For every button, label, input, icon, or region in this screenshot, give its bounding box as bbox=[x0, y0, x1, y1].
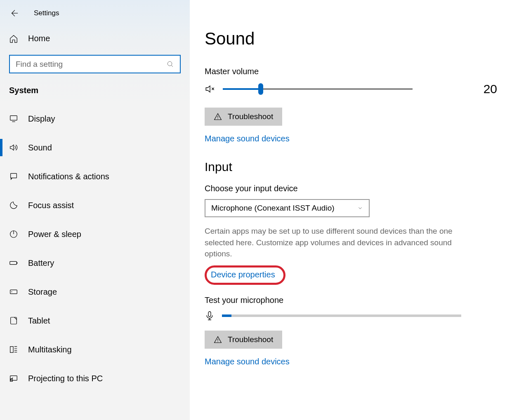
volume-value: 20 bbox=[484, 82, 501, 96]
manage-output-devices-link[interactable]: Manage sound devices bbox=[205, 134, 290, 143]
home-label: Home bbox=[28, 34, 50, 43]
sidebar-item-label: Battery bbox=[28, 258, 54, 268]
projecting-icon bbox=[9, 374, 21, 383]
arrow-left-icon bbox=[9, 9, 19, 18]
sidebar-item-sound[interactable]: Sound bbox=[0, 133, 190, 162]
microphone-icon bbox=[205, 311, 215, 321]
input-device-dropdown[interactable]: Microphone (Conexant ISST Audio) bbox=[205, 199, 370, 217]
tablet-icon bbox=[9, 316, 21, 325]
test-mic-label: Test your microphone bbox=[205, 296, 501, 305]
svg-rect-2 bbox=[11, 174, 17, 178]
header: Settings bbox=[0, 6, 190, 30]
display-icon bbox=[9, 114, 21, 123]
sidebar-item-label: Notifications & actions bbox=[28, 172, 109, 181]
sidebar-item-home[interactable]: Home bbox=[0, 30, 190, 47]
battery-icon bbox=[9, 258, 21, 267]
sidebar-item-label: Projecting to this PC bbox=[28, 374, 103, 383]
speaker-muted-icon[interactable] bbox=[205, 84, 215, 94]
mic-level-meter bbox=[222, 314, 461, 317]
volume-slider[interactable] bbox=[223, 88, 413, 90]
input-help-text: Certain apps may be set up to use differ… bbox=[205, 225, 469, 260]
power-icon bbox=[9, 230, 21, 239]
sidebar-item-power[interactable]: Power & sleep bbox=[0, 220, 190, 249]
sidebar-item-label: Power & sleep bbox=[28, 230, 81, 239]
sidebar-item-notifications[interactable]: Notifications & actions bbox=[0, 162, 190, 191]
sidebar-item-label: Sound bbox=[28, 143, 52, 153]
page-title: Sound bbox=[205, 29, 501, 49]
input-device-value: Microphone (Conexant ISST Audio) bbox=[211, 204, 335, 213]
svg-rect-1 bbox=[10, 116, 17, 120]
home-icon bbox=[9, 34, 21, 43]
chevron-down-icon bbox=[357, 205, 363, 211]
sidebar-item-battery[interactable]: Battery bbox=[0, 249, 190, 277]
sound-icon bbox=[9, 143, 21, 152]
sidebar-item-label: Tablet bbox=[28, 316, 50, 326]
svg-rect-12 bbox=[208, 312, 211, 317]
troubleshoot-input-button[interactable]: Troubleshoot bbox=[205, 331, 282, 349]
svg-point-13 bbox=[217, 341, 218, 342]
mic-test-row bbox=[205, 311, 501, 321]
manage-input-devices-link[interactable]: Manage sound devices bbox=[205, 357, 290, 366]
sidebar-item-storage[interactable]: Storage bbox=[0, 277, 190, 306]
svg-point-6 bbox=[12, 291, 12, 292]
sidebar-item-label: Focus assist bbox=[28, 201, 74, 210]
svg-point-11 bbox=[217, 118, 218, 119]
annotation-highlight: Device properties bbox=[205, 265, 285, 285]
troubleshoot-output-button[interactable]: Troubleshoot bbox=[205, 108, 282, 126]
back-button[interactable] bbox=[9, 8, 19, 18]
search-box[interactable] bbox=[9, 55, 181, 73]
search-input[interactable] bbox=[16, 60, 167, 69]
sidebar-item-display[interactable]: Display bbox=[0, 104, 190, 133]
svg-rect-5 bbox=[10, 290, 17, 293]
device-properties-link[interactable]: Device properties bbox=[211, 270, 275, 279]
app-title: Settings bbox=[34, 9, 59, 17]
settings-sidebar: Settings Home System DisplaySoundNotific… bbox=[0, 0, 190, 420]
troubleshoot-label: Troubleshoot bbox=[228, 335, 273, 344]
master-volume-label: Master volume bbox=[205, 67, 501, 76]
multitasking-icon bbox=[9, 345, 21, 354]
focus-icon bbox=[9, 201, 21, 210]
sidebar-item-focus[interactable]: Focus assist bbox=[0, 191, 190, 220]
input-heading: Input bbox=[205, 160, 501, 174]
svg-rect-8 bbox=[10, 347, 13, 353]
main-content: Sound Master volume 20 Troubleshoot Mana… bbox=[190, 0, 526, 420]
search-container bbox=[0, 55, 190, 83]
search-icon bbox=[167, 61, 174, 68]
svg-point-0 bbox=[167, 61, 172, 66]
sidebar-item-projecting[interactable]: Projecting to this PC bbox=[0, 364, 190, 393]
storage-icon bbox=[9, 287, 21, 296]
sidebar-nav: DisplaySoundNotifications & actionsFocus… bbox=[0, 104, 190, 393]
sidebar-item-tablet[interactable]: Tablet bbox=[0, 306, 190, 335]
sidebar-item-label: Multitasking bbox=[28, 345, 72, 354]
notifications-icon bbox=[9, 172, 21, 181]
svg-rect-4 bbox=[10, 261, 17, 264]
warning-icon bbox=[214, 336, 222, 344]
troubleshoot-label: Troubleshoot bbox=[228, 112, 273, 121]
volume-row: 20 bbox=[205, 82, 501, 96]
sidebar-item-label: Storage bbox=[28, 287, 57, 297]
choose-input-label: Choose your input device bbox=[205, 184, 501, 193]
sidebar-section-label: System bbox=[0, 83, 190, 104]
sidebar-item-label: Display bbox=[28, 114, 55, 124]
warning-icon bbox=[214, 113, 222, 121]
sidebar-item-multitasking[interactable]: Multitasking bbox=[0, 335, 190, 364]
